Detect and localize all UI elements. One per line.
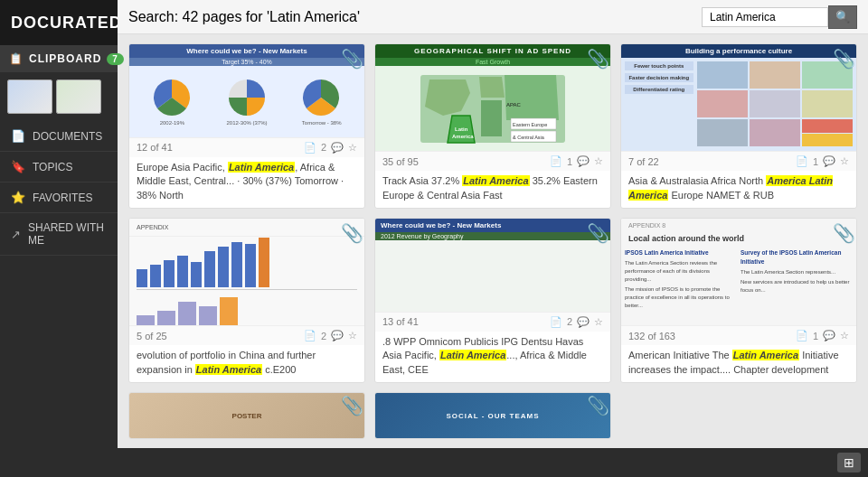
search-input[interactable] <box>702 7 828 27</box>
card-3-desc: Asia & Australasia Africa North America … <box>621 171 856 208</box>
clip-icon-3: 📎 <box>833 50 851 71</box>
result-card-5: Where could we be? - New Markets 2012 Re… <box>374 218 611 383</box>
comment-icon-2[interactable]: 💬 <box>577 155 590 167</box>
sidebar-item-documents[interactable]: 📄 DOCUMENTS <box>0 121 118 152</box>
highlight-5: Latin America <box>439 350 506 360</box>
search-info: Search: 42 pages for 'Latin America' <box>128 9 360 25</box>
star-icon-5[interactable]: ☆ <box>594 316 603 328</box>
highlight-4: Latin America <box>195 364 262 375</box>
results-grid: Where could we be? - New Markets Target … <box>118 34 868 448</box>
card-1-meta: 12 of 41 📄 2 💬 ☆ <box>129 137 364 157</box>
comment-icon-6[interactable]: 💬 <box>823 330 835 341</box>
highlight-6: Latin America <box>732 350 799 360</box>
card-4-page: 5 of 25 <box>137 331 167 341</box>
bottom-icon-symbol: ⊞ <box>844 455 854 470</box>
card-5-actions: 📄 2 💬 ☆ <box>550 316 603 328</box>
comment-count-2: 1 <box>567 156 572 167</box>
file-icon-3: 📄 <box>796 155 808 167</box>
star-icon-1[interactable]: ☆ <box>348 142 357 154</box>
topbar: Search: 42 pages for 'Latin America' 🔍 <box>118 0 868 34</box>
clip-icon-6: 📎 <box>833 224 851 246</box>
sidebar-item-favorites[interactable]: ⭐ FAVORITES <box>0 182 118 213</box>
star-icon-2[interactable]: ☆ <box>594 155 603 167</box>
result-card-7: POSTER 📎 <box>128 392 365 439</box>
comment-icon-4[interactable]: 💬 <box>331 330 344 341</box>
clip-icon-1: 📎 <box>341 50 359 71</box>
clip-icon-2: 📎 <box>587 50 605 71</box>
comment-icon-3[interactable]: 💬 <box>823 155 835 167</box>
sidebar: DOCURATED 📋 CLIPBOARD 7 📄 DOCUMENTS 🔖 TO… <box>0 0 118 477</box>
highlight-3a: America Latin America <box>628 175 833 200</box>
result-card-4: APPENDIX <box>128 218 365 383</box>
star-icon-3[interactable]: ☆ <box>840 155 849 167</box>
card-2-actions: 📄 1 💬 ☆ <box>550 155 603 167</box>
card-5-image[interactable]: Where could we be? - New Markets 2012 Re… <box>375 219 610 312</box>
file-icon-5: 📄 <box>550 316 562 328</box>
sidebar-item-shared[interactable]: ↗ SHARED WITH ME <box>0 213 118 256</box>
shared-icon: ↗ <box>11 228 21 241</box>
svg-text:America: America <box>452 134 474 139</box>
bottom-bar: ⊞ <box>118 448 868 477</box>
card-2-image[interactable]: GEOGRAPHICAL SHIFT IN AD SPEND Fast Grow… <box>375 44 610 151</box>
star-icon-6[interactable]: ☆ <box>840 330 849 341</box>
card-4-desc: evolution of portfolio in China and furt… <box>129 345 364 382</box>
card-1-actions: 📄 2 💬 ☆ <box>304 142 357 154</box>
card-4-meta: 5 of 25 📄 2 💬 ☆ <box>129 325 364 345</box>
clip-icon-8: 📎 <box>587 397 605 418</box>
comment-count-4: 2 <box>321 331 326 341</box>
card-1-desc: Europe Asia Pacific, Latin America, Afri… <box>129 157 364 208</box>
highlight-2: Latin America <box>462 175 529 186</box>
favorites-icon: ⭐ <box>11 191 25 204</box>
star-icon-4[interactable]: ☆ <box>348 330 357 341</box>
shared-label: SHARED WITH ME <box>28 221 107 247</box>
bottom-action-button[interactable]: ⊞ <box>837 453 861 472</box>
thumbnail-1[interactable] <box>7 80 52 114</box>
card-3-actions: 📄 1 💬 ☆ <box>796 155 849 167</box>
logo-area: DOCURATED <box>0 0 118 45</box>
card-3-page: 7 of 22 <box>628 156 659 167</box>
card-5-desc: .8 WPP Omnicom Publicis IPG Dentsu Havas… <box>375 332 610 382</box>
clip-icon-4: 📎 <box>341 224 359 246</box>
clipboard-thumbnails <box>0 72 118 121</box>
comment-icon[interactable]: 💬 <box>331 142 344 154</box>
search-box-area: 🔍 <box>702 5 857 29</box>
file-icon-4: 📄 <box>304 330 316 341</box>
card-6-desc: American Initiative The Latin America In… <box>621 345 856 382</box>
topics-label: TOPICS <box>33 161 72 173</box>
favorites-label: FAVORITES <box>33 192 92 204</box>
clipboard-label: CLIPBOARD <box>29 52 101 65</box>
svg-text:APAC: APAC <box>506 102 522 108</box>
card-1-page: 12 of 41 <box>137 142 173 153</box>
result-card-6: APPENDIX 8 Local action around the world… <box>620 218 857 383</box>
card-7-image[interactable]: POSTER 📎 <box>129 393 364 438</box>
svg-text:Eastern Europe: Eastern Europe <box>513 122 547 127</box>
card-3-image[interactable]: Building a performance culture Fewer tou… <box>621 44 856 151</box>
card-4-image[interactable]: APPENDIX <box>129 219 364 325</box>
result-card-1: Where could we be? - New Markets Target … <box>128 43 365 209</box>
comment-count-6: 1 <box>813 331 818 341</box>
comment-icon-5[interactable]: 💬 <box>577 316 590 328</box>
card-6-actions: 📄 1 💬 ☆ <box>796 330 849 341</box>
card-8-image[interactable]: SOCIAL - OUR TEAMS 📎 <box>375 393 610 438</box>
clip-icon-5: 📎 <box>587 224 605 246</box>
card-3-meta: 7 of 22 📄 1 💬 ☆ <box>621 151 856 171</box>
documents-icon: 📄 <box>11 129 25 143</box>
file-icon-2: 📄 <box>550 155 562 167</box>
topics-icon: 🔖 <box>11 160 25 173</box>
result-card-3: Building a performance culture Fewer tou… <box>620 43 857 209</box>
comment-count-1: 2 <box>321 142 326 153</box>
sidebar-item-topics[interactable]: 🔖 TOPICS <box>0 152 118 182</box>
card-5-meta: 13 of 41 📄 2 💬 ☆ <box>375 312 610 332</box>
card-1-image[interactable]: Where could we be? - New Markets Target … <box>129 44 364 137</box>
card-2-desc: Track Asia 37.2% Latin America 35.2% Eas… <box>375 171 610 208</box>
documents-label: DOCUMENTS <box>33 130 102 143</box>
comment-count-5: 2 <box>567 316 572 327</box>
highlight-1: Latin America <box>228 162 295 173</box>
card-5-page: 13 of 41 <box>382 316 419 327</box>
card-4-actions: 📄 2 💬 ☆ <box>304 330 357 341</box>
thumbnail-2[interactable] <box>56 80 101 114</box>
card-6-image[interactable]: APPENDIX 8 Local action around the world… <box>621 219 856 325</box>
card-2-page: 35 of 95 <box>382 156 419 167</box>
clipboard-section: 📋 CLIPBOARD 7 <box>0 45 118 72</box>
search-button[interactable]: 🔍 <box>828 5 857 29</box>
